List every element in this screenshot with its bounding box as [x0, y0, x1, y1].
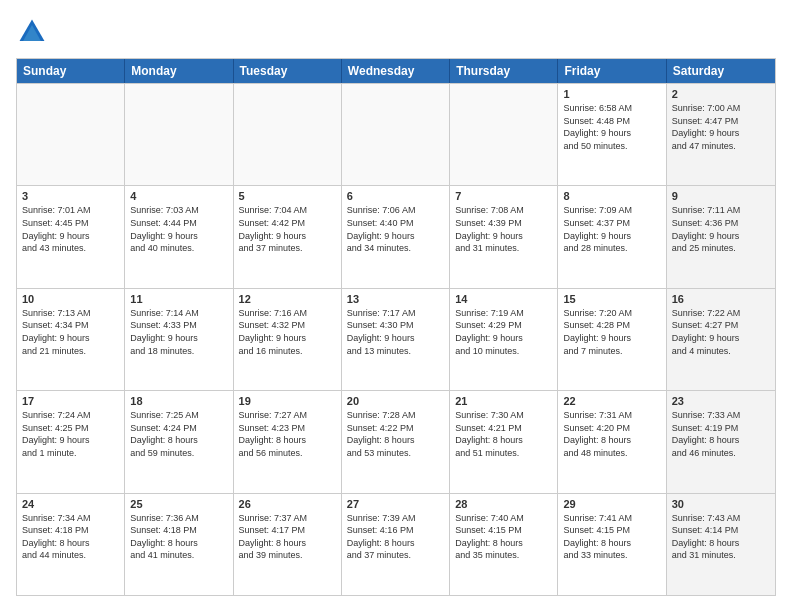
cell-info: Sunrise: 7:27 AM Sunset: 4:23 PM Dayligh…	[239, 409, 336, 459]
cal-row: 1Sunrise: 6:58 AM Sunset: 4:48 PM Daylig…	[17, 83, 775, 185]
cal-row: 3Sunrise: 7:01 AM Sunset: 4:45 PM Daylig…	[17, 185, 775, 287]
cal-cell: 29Sunrise: 7:41 AM Sunset: 4:15 PM Dayli…	[558, 494, 666, 595]
cal-cell: 19Sunrise: 7:27 AM Sunset: 4:23 PM Dayli…	[234, 391, 342, 492]
header	[16, 16, 776, 48]
cell-info: Sunrise: 7:31 AM Sunset: 4:20 PM Dayligh…	[563, 409, 660, 459]
cal-row: 24Sunrise: 7:34 AM Sunset: 4:18 PM Dayli…	[17, 493, 775, 595]
calendar: SundayMondayTuesdayWednesdayThursdayFrid…	[16, 58, 776, 596]
day-number: 3	[22, 190, 119, 202]
cal-row: 10Sunrise: 7:13 AM Sunset: 4:34 PM Dayli…	[17, 288, 775, 390]
cell-info: Sunrise: 7:16 AM Sunset: 4:32 PM Dayligh…	[239, 307, 336, 357]
cell-info: Sunrise: 7:09 AM Sunset: 4:37 PM Dayligh…	[563, 204, 660, 254]
day-number: 5	[239, 190, 336, 202]
cal-cell	[450, 84, 558, 185]
day-number: 29	[563, 498, 660, 510]
cal-header-cell: Friday	[558, 59, 666, 83]
cal-header-cell: Sunday	[17, 59, 125, 83]
day-number: 18	[130, 395, 227, 407]
calendar-header: SundayMondayTuesdayWednesdayThursdayFrid…	[17, 59, 775, 83]
cal-cell: 5Sunrise: 7:04 AM Sunset: 4:42 PM Daylig…	[234, 186, 342, 287]
cal-cell: 26Sunrise: 7:37 AM Sunset: 4:17 PM Dayli…	[234, 494, 342, 595]
cal-cell: 10Sunrise: 7:13 AM Sunset: 4:34 PM Dayli…	[17, 289, 125, 390]
cal-cell: 20Sunrise: 7:28 AM Sunset: 4:22 PM Dayli…	[342, 391, 450, 492]
cell-info: Sunrise: 7:30 AM Sunset: 4:21 PM Dayligh…	[455, 409, 552, 459]
day-number: 20	[347, 395, 444, 407]
cal-cell: 25Sunrise: 7:36 AM Sunset: 4:18 PM Dayli…	[125, 494, 233, 595]
day-number: 4	[130, 190, 227, 202]
cell-info: Sunrise: 7:28 AM Sunset: 4:22 PM Dayligh…	[347, 409, 444, 459]
day-number: 23	[672, 395, 770, 407]
cell-info: Sunrise: 7:11 AM Sunset: 4:36 PM Dayligh…	[672, 204, 770, 254]
cell-info: Sunrise: 7:08 AM Sunset: 4:39 PM Dayligh…	[455, 204, 552, 254]
day-number: 28	[455, 498, 552, 510]
day-number: 16	[672, 293, 770, 305]
cal-cell: 22Sunrise: 7:31 AM Sunset: 4:20 PM Dayli…	[558, 391, 666, 492]
day-number: 13	[347, 293, 444, 305]
day-number: 10	[22, 293, 119, 305]
day-number: 11	[130, 293, 227, 305]
cal-cell: 3Sunrise: 7:01 AM Sunset: 4:45 PM Daylig…	[17, 186, 125, 287]
day-number: 25	[130, 498, 227, 510]
day-number: 26	[239, 498, 336, 510]
cal-cell: 17Sunrise: 7:24 AM Sunset: 4:25 PM Dayli…	[17, 391, 125, 492]
cell-info: Sunrise: 7:37 AM Sunset: 4:17 PM Dayligh…	[239, 512, 336, 562]
cal-header-cell: Saturday	[667, 59, 775, 83]
cell-info: Sunrise: 7:25 AM Sunset: 4:24 PM Dayligh…	[130, 409, 227, 459]
cal-cell: 24Sunrise: 7:34 AM Sunset: 4:18 PM Dayli…	[17, 494, 125, 595]
cal-cell: 16Sunrise: 7:22 AM Sunset: 4:27 PM Dayli…	[667, 289, 775, 390]
cell-info: Sunrise: 7:20 AM Sunset: 4:28 PM Dayligh…	[563, 307, 660, 357]
day-number: 21	[455, 395, 552, 407]
cell-info: Sunrise: 7:39 AM Sunset: 4:16 PM Dayligh…	[347, 512, 444, 562]
cell-info: Sunrise: 7:40 AM Sunset: 4:15 PM Dayligh…	[455, 512, 552, 562]
cal-header-cell: Monday	[125, 59, 233, 83]
day-number: 6	[347, 190, 444, 202]
cell-info: Sunrise: 7:41 AM Sunset: 4:15 PM Dayligh…	[563, 512, 660, 562]
cell-info: Sunrise: 7:17 AM Sunset: 4:30 PM Dayligh…	[347, 307, 444, 357]
day-number: 14	[455, 293, 552, 305]
cell-info: Sunrise: 7:19 AM Sunset: 4:29 PM Dayligh…	[455, 307, 552, 357]
cal-cell: 12Sunrise: 7:16 AM Sunset: 4:32 PM Dayli…	[234, 289, 342, 390]
day-number: 19	[239, 395, 336, 407]
cell-info: Sunrise: 7:34 AM Sunset: 4:18 PM Dayligh…	[22, 512, 119, 562]
cal-cell: 27Sunrise: 7:39 AM Sunset: 4:16 PM Dayli…	[342, 494, 450, 595]
cal-cell: 30Sunrise: 7:43 AM Sunset: 4:14 PM Dayli…	[667, 494, 775, 595]
cell-info: Sunrise: 7:22 AM Sunset: 4:27 PM Dayligh…	[672, 307, 770, 357]
cell-info: Sunrise: 7:03 AM Sunset: 4:44 PM Dayligh…	[130, 204, 227, 254]
day-number: 30	[672, 498, 770, 510]
cal-cell	[342, 84, 450, 185]
cal-cell: 15Sunrise: 7:20 AM Sunset: 4:28 PM Dayli…	[558, 289, 666, 390]
cell-info: Sunrise: 6:58 AM Sunset: 4:48 PM Dayligh…	[563, 102, 660, 152]
cal-cell: 28Sunrise: 7:40 AM Sunset: 4:15 PM Dayli…	[450, 494, 558, 595]
cal-cell: 6Sunrise: 7:06 AM Sunset: 4:40 PM Daylig…	[342, 186, 450, 287]
day-number: 9	[672, 190, 770, 202]
cal-cell: 8Sunrise: 7:09 AM Sunset: 4:37 PM Daylig…	[558, 186, 666, 287]
cal-cell: 4Sunrise: 7:03 AM Sunset: 4:44 PM Daylig…	[125, 186, 233, 287]
day-number: 17	[22, 395, 119, 407]
cell-info: Sunrise: 7:14 AM Sunset: 4:33 PM Dayligh…	[130, 307, 227, 357]
cal-cell: 14Sunrise: 7:19 AM Sunset: 4:29 PM Dayli…	[450, 289, 558, 390]
page: SundayMondayTuesdayWednesdayThursdayFrid…	[0, 0, 792, 612]
cell-info: Sunrise: 7:36 AM Sunset: 4:18 PM Dayligh…	[130, 512, 227, 562]
day-number: 12	[239, 293, 336, 305]
day-number: 24	[22, 498, 119, 510]
cal-cell: 1Sunrise: 6:58 AM Sunset: 4:48 PM Daylig…	[558, 84, 666, 185]
day-number: 7	[455, 190, 552, 202]
cal-cell	[17, 84, 125, 185]
calendar-body: 1Sunrise: 6:58 AM Sunset: 4:48 PM Daylig…	[17, 83, 775, 595]
day-number: 22	[563, 395, 660, 407]
day-number: 27	[347, 498, 444, 510]
cal-cell: 11Sunrise: 7:14 AM Sunset: 4:33 PM Dayli…	[125, 289, 233, 390]
logo-icon	[16, 16, 48, 48]
cal-cell: 2Sunrise: 7:00 AM Sunset: 4:47 PM Daylig…	[667, 84, 775, 185]
cell-info: Sunrise: 7:24 AM Sunset: 4:25 PM Dayligh…	[22, 409, 119, 459]
day-number: 15	[563, 293, 660, 305]
cal-cell: 9Sunrise: 7:11 AM Sunset: 4:36 PM Daylig…	[667, 186, 775, 287]
cal-cell: 21Sunrise: 7:30 AM Sunset: 4:21 PM Dayli…	[450, 391, 558, 492]
cal-cell: 7Sunrise: 7:08 AM Sunset: 4:39 PM Daylig…	[450, 186, 558, 287]
cell-info: Sunrise: 7:00 AM Sunset: 4:47 PM Dayligh…	[672, 102, 770, 152]
cal-header-cell: Wednesday	[342, 59, 450, 83]
day-number: 1	[563, 88, 660, 100]
cell-info: Sunrise: 7:01 AM Sunset: 4:45 PM Dayligh…	[22, 204, 119, 254]
logo	[16, 16, 52, 48]
cal-cell: 18Sunrise: 7:25 AM Sunset: 4:24 PM Dayli…	[125, 391, 233, 492]
